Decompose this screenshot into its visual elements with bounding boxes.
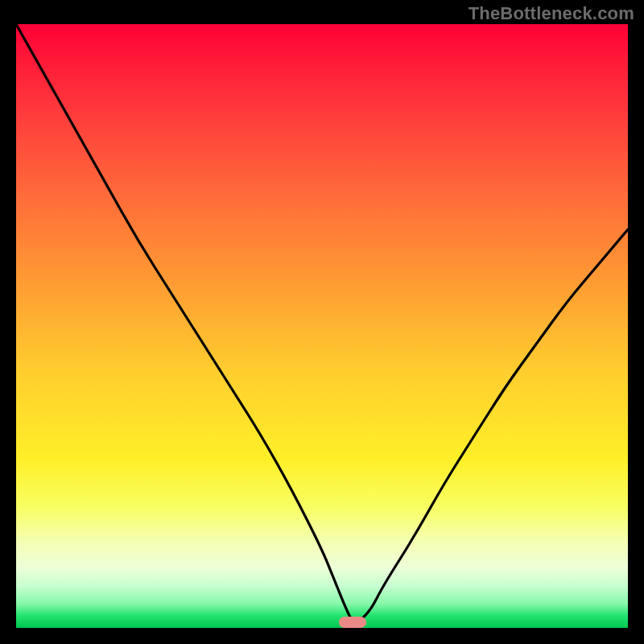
plot-area bbox=[16, 24, 628, 628]
watermark-text: TheBottleneck.com bbox=[469, 3, 634, 24]
bottleneck-curve bbox=[16, 24, 628, 622]
optimal-marker bbox=[339, 617, 366, 628]
chart-frame: TheBottleneck.com bbox=[0, 0, 644, 644]
curve-svg bbox=[16, 24, 628, 628]
